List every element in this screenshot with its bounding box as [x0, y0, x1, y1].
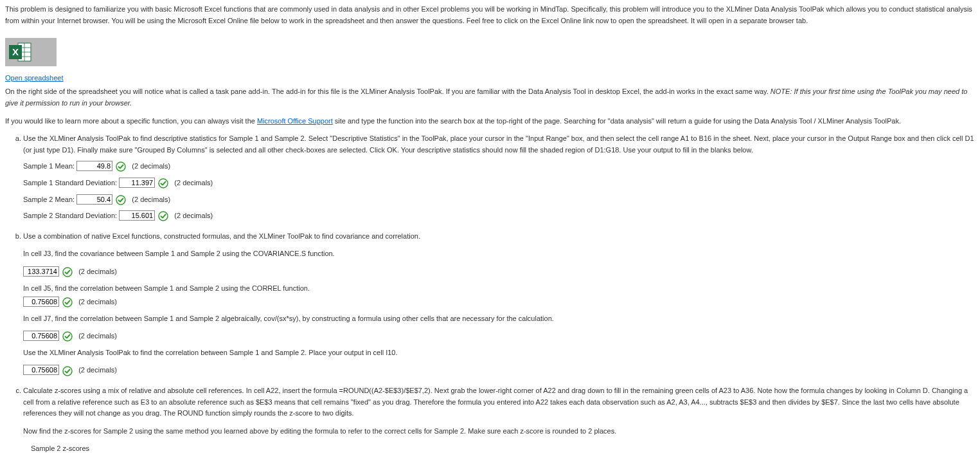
part-a: Use the XLMiner Analysis ToolPak to find… [23, 133, 975, 222]
sample2-zscores-heading: Sample 2 z-scores [31, 443, 975, 455]
sample2-mean-label: Sample 2 Mean: [23, 196, 75, 203]
check-icon [158, 178, 168, 188]
excel-icon: X [5, 38, 57, 66]
decimals-label: (2 decimals) [132, 162, 170, 170]
sample1-mean-row: Sample 1 Mean: (2 decimals) [23, 161, 975, 172]
open-spreadsheet-link[interactable]: Open spreadsheet [5, 73, 64, 84]
check-icon [62, 267, 73, 277]
i10-input[interactable] [23, 365, 59, 375]
sample2-sd-row: Sample 2 Standard Deviation: (2 decimals… [23, 210, 975, 222]
i10-text: Use the XLMiner Analysis ToolPak to find… [23, 347, 975, 359]
check-icon [62, 331, 73, 342]
j3-row: (2 decimals) [23, 266, 975, 278]
check-icon [158, 211, 168, 221]
part-b: Use a combination of native Excel functi… [23, 231, 975, 376]
j5-row: (2 decimals) [23, 297, 975, 308]
learn-more-before: If you would like to learn more about a … [5, 117, 257, 125]
sample1-sd-label: Sample 1 Standard Deviation: [23, 179, 117, 187]
decimals-label: (2 decimals) [78, 268, 117, 275]
decimals-label: (2 decimals) [174, 212, 213, 219]
part-c: Calculate z-scores using a mix of relati… [23, 385, 975, 455]
part-b-text: Use a combination of native Excel functi… [23, 232, 420, 240]
part-c-sample2-text: Now find the z-scores for Sample 2 using… [23, 426, 975, 437]
sample2-sd-label: Sample 2 Standard Deviation: [23, 212, 117, 219]
learn-more-after: site and type the function into the sear… [333, 117, 901, 125]
j7-row: (2 decimals) [23, 331, 975, 342]
j3-input[interactable] [23, 266, 59, 277]
part-c-text: Calculate z-scores using a mix of relati… [23, 387, 968, 417]
intro-paragraph: This problem is designed to familiarize … [5, 4, 975, 26]
sample1-mean-label: Sample 1 Mean: [23, 162, 75, 170]
sample1-mean-input[interactable] [76, 161, 112, 171]
check-icon [62, 366, 73, 376]
j5-text: In cell J5, find the correlation between… [23, 283, 975, 295]
decimals-label: (2 decimals) [132, 196, 170, 203]
j7-input[interactable] [23, 331, 59, 341]
task-pane-paragraph: On the right side of the spreadsheet you… [5, 86, 975, 109]
decimals-label: (2 decimals) [78, 332, 117, 340]
excel-link-block: X Open spreadsheet [5, 38, 64, 84]
j3-text: In cell J3, find the covariance between … [23, 248, 975, 260]
check-icon [116, 195, 126, 205]
decimals-label: (2 decimals) [174, 179, 213, 187]
decimals-label: (2 decimals) [78, 298, 117, 306]
svg-text:X: X [12, 46, 19, 57]
i10-row: (2 decimals) [23, 365, 975, 376]
check-icon [116, 161, 126, 172]
ms-office-support-link[interactable]: Microsoft Office Support [257, 117, 333, 125]
j5-input[interactable] [23, 297, 59, 307]
j7-text: In cell J7, find the correlation between… [23, 313, 975, 325]
check-icon [62, 297, 73, 307]
decimals-label: (2 decimals) [78, 366, 117, 374]
part-a-text: Use the XLMiner Analysis ToolPak to find… [23, 134, 974, 154]
task-pane-text: On the right side of the spreadsheet you… [5, 87, 771, 95]
learn-more-paragraph: If you would like to learn more about a … [5, 116, 975, 127]
sample2-sd-input[interactable] [119, 210, 155, 221]
sample1-sd-input[interactable] [119, 178, 155, 188]
question-list: Use the XLMiner Analysis ToolPak to find… [5, 133, 975, 455]
sample2-mean-row: Sample 2 Mean: (2 decimals) [23, 194, 975, 206]
sample2-mean-input[interactable] [76, 194, 112, 205]
sample1-sd-row: Sample 1 Standard Deviation: (2 decimals… [23, 178, 975, 189]
